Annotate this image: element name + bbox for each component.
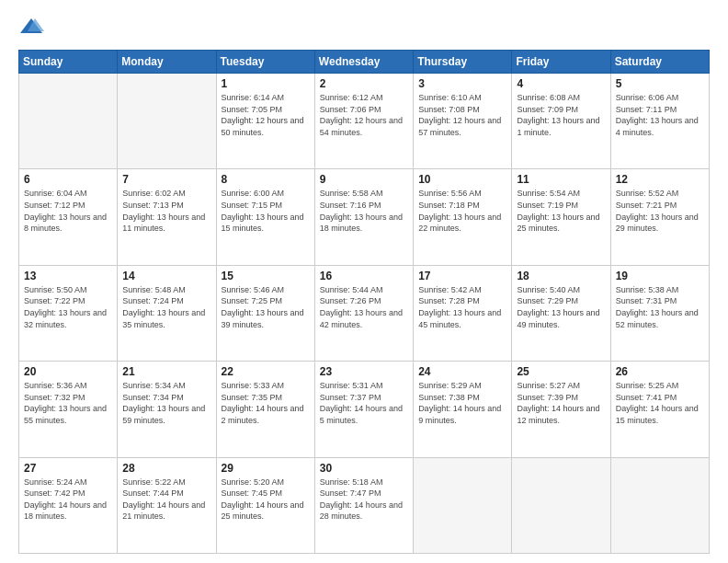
day-info: Sunrise: 5:20 AM Sunset: 7:45 PM Dayligh…: [222, 477, 310, 523]
day-number: 11: [517, 173, 605, 186]
calendar-header-row: SundayMondayTuesdayWednesdayThursdayFrid…: [19, 51, 710, 74]
calendar-cell: 10Sunrise: 5:56 AM Sunset: 7:18 PM Dayli…: [414, 169, 512, 265]
calendar-cell: 4Sunrise: 6:08 AM Sunset: 7:09 PM Daylig…: [512, 74, 610, 169]
calendar-week-3: 13Sunrise: 5:50 AM Sunset: 7:22 PM Dayli…: [19, 265, 710, 361]
day-number: 20: [24, 365, 112, 378]
day-info: Sunrise: 5:33 AM Sunset: 7:35 PM Dayligh…: [222, 380, 310, 426]
day-number: 29: [222, 462, 310, 475]
day-number: 8: [222, 173, 310, 186]
day-info: Sunrise: 5:18 AM Sunset: 7:47 PM Dayligh…: [320, 477, 408, 523]
calendar-cell: 21Sunrise: 5:34 AM Sunset: 7:34 PM Dayli…: [118, 362, 216, 457]
day-number: 3: [418, 77, 506, 90]
day-info: Sunrise: 6:00 AM Sunset: 7:15 PM Dayligh…: [222, 188, 310, 234]
calendar-cell: 14Sunrise: 5:48 AM Sunset: 7:24 PM Dayli…: [118, 265, 216, 361]
calendar-cell: 9Sunrise: 5:58 AM Sunset: 7:16 PM Daylig…: [314, 169, 413, 265]
calendar-header-saturday: Saturday: [610, 51, 709, 74]
day-number: 12: [616, 173, 704, 186]
day-info: Sunrise: 5:46 AM Sunset: 7:25 PM Dayligh…: [222, 284, 310, 330]
day-number: 21: [122, 365, 210, 378]
calendar-cell: 15Sunrise: 5:46 AM Sunset: 7:25 PM Dayli…: [216, 265, 314, 361]
calendar-cell: [610, 457, 709, 553]
day-number: 6: [24, 173, 112, 186]
day-number: 28: [122, 462, 210, 475]
day-number: 25: [517, 365, 605, 378]
day-number: 17: [418, 270, 506, 282]
day-info: Sunrise: 5:29 AM Sunset: 7:38 PM Dayligh…: [418, 380, 506, 426]
day-info: Sunrise: 6:06 AM Sunset: 7:11 PM Dayligh…: [616, 92, 704, 138]
calendar-week-2: 6Sunrise: 6:04 AM Sunset: 7:12 PM Daylig…: [19, 169, 710, 265]
calendar-cell: 6Sunrise: 6:04 AM Sunset: 7:12 PM Daylig…: [19, 169, 118, 265]
day-number: 7: [122, 173, 210, 186]
calendar-cell: 20Sunrise: 5:36 AM Sunset: 7:32 PM Dayli…: [19, 362, 118, 457]
day-number: 22: [222, 365, 310, 378]
calendar-cell: 2Sunrise: 6:12 AM Sunset: 7:06 PM Daylig…: [314, 74, 413, 169]
day-info: Sunrise: 5:58 AM Sunset: 7:16 PM Dayligh…: [320, 188, 408, 234]
day-info: Sunrise: 5:52 AM Sunset: 7:21 PM Dayligh…: [616, 188, 704, 234]
logo: [18, 15, 48, 40]
calendar-cell: [19, 74, 118, 169]
calendar-cell: 12Sunrise: 5:52 AM Sunset: 7:21 PM Dayli…: [610, 169, 709, 265]
calendar-cell: [414, 457, 512, 553]
day-number: 24: [418, 365, 506, 378]
day-number: 13: [24, 270, 112, 282]
day-info: Sunrise: 5:42 AM Sunset: 7:28 PM Dayligh…: [418, 284, 506, 330]
day-number: 23: [320, 365, 408, 378]
calendar-cell: 13Sunrise: 5:50 AM Sunset: 7:22 PM Dayli…: [19, 265, 118, 361]
calendar-cell: 27Sunrise: 5:24 AM Sunset: 7:42 PM Dayli…: [19, 457, 118, 553]
day-info: Sunrise: 5:27 AM Sunset: 7:39 PM Dayligh…: [517, 380, 605, 426]
calendar-header-sunday: Sunday: [19, 51, 118, 74]
day-info: Sunrise: 5:22 AM Sunset: 7:44 PM Dayligh…: [122, 477, 210, 523]
calendar-header-friday: Friday: [512, 51, 610, 74]
day-info: Sunrise: 6:10 AM Sunset: 7:08 PM Dayligh…: [418, 92, 506, 138]
calendar-week-5: 27Sunrise: 5:24 AM Sunset: 7:42 PM Dayli…: [19, 457, 710, 553]
calendar-cell: 22Sunrise: 5:33 AM Sunset: 7:35 PM Dayli…: [216, 362, 314, 457]
header: [18, 15, 710, 40]
day-info: Sunrise: 5:36 AM Sunset: 7:32 PM Dayligh…: [24, 380, 112, 426]
calendar-cell: 30Sunrise: 5:18 AM Sunset: 7:47 PM Dayli…: [314, 457, 413, 553]
calendar-cell: 7Sunrise: 6:02 AM Sunset: 7:13 PM Daylig…: [118, 169, 216, 265]
calendar-week-4: 20Sunrise: 5:36 AM Sunset: 7:32 PM Dayli…: [19, 362, 710, 457]
calendar-cell: 28Sunrise: 5:22 AM Sunset: 7:44 PM Dayli…: [118, 457, 216, 553]
day-number: 15: [222, 270, 310, 282]
calendar-cell: 23Sunrise: 5:31 AM Sunset: 7:37 PM Dayli…: [314, 362, 413, 457]
day-number: 27: [24, 462, 112, 475]
calendar-cell: 17Sunrise: 5:42 AM Sunset: 7:28 PM Dayli…: [414, 265, 512, 361]
day-number: 14: [122, 270, 210, 282]
calendar-cell: 16Sunrise: 5:44 AM Sunset: 7:26 PM Dayli…: [314, 265, 413, 361]
day-number: 30: [320, 462, 408, 475]
calendar-cell: 24Sunrise: 5:29 AM Sunset: 7:38 PM Dayli…: [414, 362, 512, 457]
day-number: 1: [222, 77, 310, 90]
day-number: 16: [320, 270, 408, 282]
calendar-header-tuesday: Tuesday: [216, 51, 314, 74]
calendar-header-wednesday: Wednesday: [314, 51, 413, 74]
calendar-cell: 5Sunrise: 6:06 AM Sunset: 7:11 PM Daylig…: [610, 74, 709, 169]
day-info: Sunrise: 6:12 AM Sunset: 7:06 PM Dayligh…: [320, 92, 408, 138]
calendar-week-1: 1Sunrise: 6:14 AM Sunset: 7:05 PM Daylig…: [19, 74, 710, 169]
calendar-cell: 29Sunrise: 5:20 AM Sunset: 7:45 PM Dayli…: [216, 457, 314, 553]
day-info: Sunrise: 5:40 AM Sunset: 7:29 PM Dayligh…: [517, 284, 605, 330]
calendar-header-thursday: Thursday: [414, 51, 512, 74]
calendar-cell: [512, 457, 610, 553]
day-number: 4: [517, 77, 605, 90]
day-number: 26: [616, 365, 704, 378]
calendar-cell: 19Sunrise: 5:38 AM Sunset: 7:31 PM Dayli…: [610, 265, 709, 361]
day-info: Sunrise: 5:50 AM Sunset: 7:22 PM Dayligh…: [24, 284, 112, 330]
day-info: Sunrise: 5:56 AM Sunset: 7:18 PM Dayligh…: [418, 188, 506, 234]
calendar-table: SundayMondayTuesdayWednesdayThursdayFrid…: [18, 50, 710, 554]
day-number: 2: [320, 77, 408, 90]
day-info: Sunrise: 5:25 AM Sunset: 7:41 PM Dayligh…: [616, 380, 704, 426]
calendar-cell: 18Sunrise: 5:40 AM Sunset: 7:29 PM Dayli…: [512, 265, 610, 361]
day-info: Sunrise: 5:54 AM Sunset: 7:19 PM Dayligh…: [517, 188, 605, 234]
calendar-cell: 3Sunrise: 6:10 AM Sunset: 7:08 PM Daylig…: [414, 74, 512, 169]
day-number: 9: [320, 173, 408, 186]
calendar-cell: 8Sunrise: 6:00 AM Sunset: 7:15 PM Daylig…: [216, 169, 314, 265]
page: SundayMondayTuesdayWednesdayThursdayFrid…: [0, 0, 728, 563]
day-info: Sunrise: 6:04 AM Sunset: 7:12 PM Dayligh…: [24, 188, 112, 234]
day-info: Sunrise: 5:48 AM Sunset: 7:24 PM Dayligh…: [122, 284, 210, 330]
day-number: 18: [517, 270, 605, 282]
day-info: Sunrise: 5:31 AM Sunset: 7:37 PM Dayligh…: [320, 380, 408, 426]
day-info: Sunrise: 6:08 AM Sunset: 7:09 PM Dayligh…: [517, 92, 605, 138]
day-info: Sunrise: 6:02 AM Sunset: 7:13 PM Dayligh…: [122, 188, 210, 234]
day-number: 5: [616, 77, 704, 90]
logo-icon: [18, 15, 44, 40]
